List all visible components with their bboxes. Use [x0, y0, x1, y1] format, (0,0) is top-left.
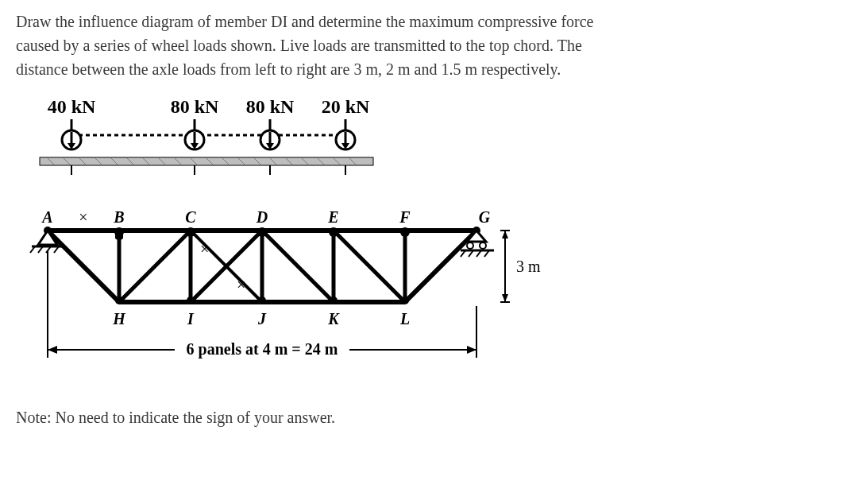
svg-point-61 — [187, 297, 195, 304]
wheel-3 — [260, 119, 280, 149]
mark-x-1: × — [200, 240, 209, 258]
span-label: 6 panels at 4 m = 24 m — [187, 340, 338, 359]
node-K: K — [327, 310, 340, 328]
svg-point-60 — [115, 297, 123, 304]
svg-point-56 — [257, 227, 267, 237]
svg-line-41 — [48, 231, 119, 302]
road-surface — [40, 157, 373, 165]
svg-point-63 — [330, 297, 338, 304]
svg-line-50 — [262, 231, 334, 302]
load-label-2: 80 kN — [171, 96, 219, 117]
note: Note: No need to indicate the sign of yo… — [16, 405, 852, 429]
svg-point-62 — [258, 297, 266, 304]
node-A: A — [41, 208, 52, 226]
node-E: E — [327, 208, 338, 226]
load-label-1: 40 kN — [48, 96, 96, 117]
height-label: 3 m — [516, 258, 541, 275]
node-B: B — [113, 208, 124, 226]
svg-point-54 — [114, 227, 124, 237]
load-label-4: 20 kN — [322, 96, 370, 117]
node-I: I — [187, 310, 195, 328]
node-J: J — [257, 310, 267, 328]
height-dimension: 3 m — [500, 231, 541, 302]
svg-marker-88 — [467, 346, 476, 354]
svg-marker-82 — [502, 294, 508, 302]
wheel-2 — [185, 119, 204, 149]
svg-point-73 — [480, 242, 486, 249]
load-label-3: 80 kN — [246, 96, 295, 117]
node-L: L — [399, 310, 410, 328]
mark-x-2: × — [221, 258, 230, 275]
problem-line-3: distance between the axle loads from lef… — [16, 60, 561, 78]
svg-point-57 — [329, 227, 338, 237]
svg-point-55 — [186, 227, 195, 237]
node-G: G — [479, 208, 491, 226]
mult-x1: × — [79, 208, 87, 226]
truss-diagram: 40 kN 80 kN 80 kN 20 kN — [24, 95, 564, 382]
figure: 40 kN 80 kN 80 kN 20 kN — [24, 95, 564, 382]
svg-point-58 — [400, 227, 410, 237]
svg-marker-87 — [48, 346, 57, 354]
svg-point-72 — [467, 242, 473, 249]
svg-point-64 — [401, 297, 409, 304]
problem-line-2: caused by a series of wheel loads shown.… — [16, 37, 582, 54]
node-D: D — [256, 208, 268, 226]
node-H: H — [112, 310, 126, 328]
problem-line-1: Draw the influence diagram of member DI … — [16, 13, 594, 30]
node-F: F — [399, 208, 411, 226]
node-C: C — [185, 208, 196, 226]
mark-x-3: × — [237, 276, 245, 293]
wheel-4 — [336, 119, 355, 149]
svg-marker-81 — [502, 231, 508, 238]
problem-statement: Draw the influence diagram of member DI … — [16, 10, 852, 81]
wheel-1 — [62, 119, 81, 149]
svg-line-48 — [119, 231, 191, 302]
svg-line-51 — [334, 231, 405, 302]
